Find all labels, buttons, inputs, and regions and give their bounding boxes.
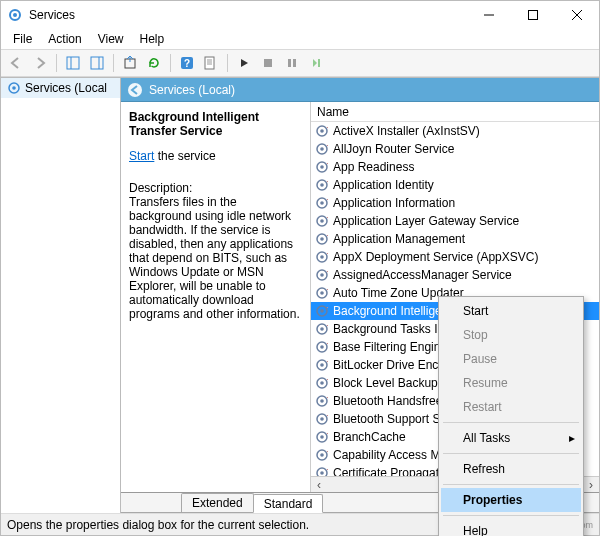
forward-button[interactable] xyxy=(29,52,51,74)
svg-rect-19 xyxy=(293,59,296,67)
tab-extended[interactable]: Extended xyxy=(181,493,254,512)
export-list-button[interactable] xyxy=(119,52,141,74)
svg-point-37 xyxy=(320,237,324,241)
ctx-all-tasks[interactable]: All Tasks ▸ xyxy=(441,426,581,450)
scroll-left-arrow-icon[interactable]: ‹ xyxy=(311,477,327,493)
tab-standard[interactable]: Standard xyxy=(253,494,324,513)
svg-rect-18 xyxy=(288,59,291,67)
menu-action[interactable]: Action xyxy=(40,30,89,48)
service-row[interactable]: Application Identity xyxy=(311,176,599,194)
services-icon xyxy=(7,7,23,23)
detail-pane: Background Intelligent Transfer Service … xyxy=(121,102,311,492)
back-arrow-icon[interactable] xyxy=(127,82,143,98)
help-button[interactable]: ? xyxy=(176,52,198,74)
gear-icon xyxy=(315,304,329,318)
gear-icon xyxy=(315,178,329,192)
close-button[interactable] xyxy=(555,1,599,29)
svg-point-31 xyxy=(320,183,324,187)
service-row[interactable]: AppX Deployment Service (AppXSVC) xyxy=(311,248,599,266)
pause-service-button[interactable] xyxy=(281,52,303,74)
tree-pane: Services (Local xyxy=(1,78,121,513)
gear-icon xyxy=(315,358,329,372)
ctx-restart[interactable]: Restart xyxy=(441,395,581,419)
gear-icon xyxy=(315,322,329,336)
ctx-pause[interactable]: Pause xyxy=(441,347,581,371)
selected-service-name: Background Intelligent Transfer Service xyxy=(129,110,302,139)
ctx-start[interactable]: Start xyxy=(441,299,581,323)
separator xyxy=(56,54,57,72)
svg-point-55 xyxy=(320,399,324,403)
tree-root-services[interactable]: Services (Local xyxy=(1,78,120,98)
service-row[interactable]: AllJoyn Router Service xyxy=(311,140,599,158)
svg-point-1 xyxy=(13,13,17,17)
separator xyxy=(443,515,579,516)
window-title: Services xyxy=(29,8,75,22)
start-service-link[interactable]: Start xyxy=(129,149,154,163)
gear-icon xyxy=(315,268,329,282)
svg-point-35 xyxy=(320,219,324,223)
back-button[interactable] xyxy=(5,52,27,74)
svg-point-57 xyxy=(320,417,324,421)
properties-button[interactable] xyxy=(200,52,222,74)
ctx-help[interactable]: Help xyxy=(441,519,581,536)
gear-icon xyxy=(315,286,329,300)
svg-point-51 xyxy=(320,363,324,367)
svg-point-33 xyxy=(320,201,324,205)
service-row[interactable]: AssignedAccessManager Service xyxy=(311,266,599,284)
status-text: Opens the properties dialog box for the … xyxy=(7,518,309,532)
svg-point-43 xyxy=(320,291,324,295)
stop-service-button[interactable] xyxy=(257,52,279,74)
service-name: App Readiness xyxy=(333,160,414,174)
gear-icon xyxy=(315,160,329,174)
svg-rect-6 xyxy=(67,57,79,69)
gear-icon xyxy=(315,142,329,156)
gear-icon xyxy=(315,394,329,408)
service-name: Base Filtering Engine xyxy=(333,340,447,354)
service-row[interactable]: ActiveX Installer (AxInstSV) xyxy=(311,122,599,140)
title-bar: Services xyxy=(1,1,599,29)
start-suffix: the service xyxy=(154,149,215,163)
start-service-button[interactable] xyxy=(233,52,255,74)
svg-rect-17 xyxy=(264,59,272,67)
show-hide-action-pane-button[interactable] xyxy=(86,52,108,74)
svg-rect-20 xyxy=(318,59,320,67)
service-name: Certificate Propagation xyxy=(333,466,455,476)
ctx-resume[interactable]: Resume xyxy=(441,371,581,395)
refresh-button[interactable] xyxy=(143,52,165,74)
list-header-bar: Services (Local) xyxy=(121,78,599,102)
svg-point-22 xyxy=(12,86,16,90)
minimize-button[interactable] xyxy=(467,1,511,29)
service-name: AssignedAccessManager Service xyxy=(333,268,512,282)
column-header-name[interactable]: Name xyxy=(311,102,599,122)
list-header-title: Services (Local) xyxy=(149,83,235,97)
separator xyxy=(443,453,579,454)
service-name: Application Information xyxy=(333,196,455,210)
svg-point-53 xyxy=(320,381,324,385)
maximize-button[interactable] xyxy=(511,1,555,29)
gear-icon xyxy=(315,196,329,210)
restart-service-button[interactable] xyxy=(305,52,327,74)
gear-icon xyxy=(315,250,329,264)
svg-rect-13 xyxy=(205,57,214,69)
svg-point-47 xyxy=(320,327,324,331)
menu-view[interactable]: View xyxy=(90,30,132,48)
ctx-stop[interactable]: Stop xyxy=(441,323,581,347)
gear-icon xyxy=(315,430,329,444)
separator xyxy=(227,54,228,72)
gear-icon xyxy=(315,376,329,390)
scroll-right-arrow-icon[interactable]: › xyxy=(583,477,599,493)
gear-icon xyxy=(315,412,329,426)
menu-file[interactable]: File xyxy=(5,30,40,48)
show-hide-console-tree-button[interactable] xyxy=(62,52,84,74)
service-row[interactable]: Application Layer Gateway Service xyxy=(311,212,599,230)
menu-help[interactable]: Help xyxy=(132,30,173,48)
svg-point-23 xyxy=(128,83,142,97)
service-row[interactable]: Application Information xyxy=(311,194,599,212)
ctx-refresh[interactable]: Refresh xyxy=(441,457,581,481)
svg-point-25 xyxy=(320,129,324,133)
ctx-properties[interactable]: Properties xyxy=(441,488,581,512)
svg-point-29 xyxy=(320,165,324,169)
service-row[interactable]: Application Management xyxy=(311,230,599,248)
service-row[interactable]: App Readiness xyxy=(311,158,599,176)
service-name: Application Management xyxy=(333,232,465,246)
